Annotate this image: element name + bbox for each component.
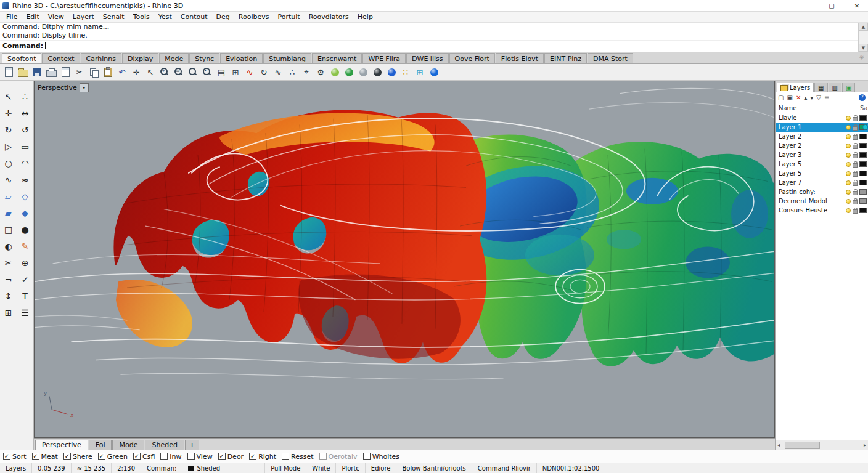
pin-icon[interactable]: ✳ bbox=[859, 54, 864, 61]
status-cell-3[interactable]: 2:130 bbox=[112, 463, 141, 473]
menu-edit[interactable]: Edit bbox=[22, 13, 43, 21]
menu-file[interactable]: File bbox=[2, 13, 22, 21]
bulb-icon[interactable] bbox=[846, 171, 851, 176]
checkbox-inw[interactable]: Inw bbox=[160, 453, 181, 461]
menu-view[interactable]: View bbox=[44, 13, 68, 21]
new-file-icon[interactable] bbox=[2, 66, 15, 78]
layer-row[interactable]: Layer 1 bbox=[776, 123, 868, 132]
lock-icon[interactable] bbox=[853, 126, 858, 131]
zoom-extents-icon[interactable] bbox=[187, 66, 199, 78]
bulb-icon[interactable] bbox=[846, 208, 851, 213]
list-tool-icon[interactable]: ☰ bbox=[17, 304, 33, 321]
sheet-icon[interactable]: ▤ bbox=[215, 66, 227, 78]
check-tool-icon[interactable]: ✓ bbox=[17, 271, 33, 288]
checkbox-right[interactable]: Right bbox=[249, 453, 276, 461]
rotate-tool-icon[interactable]: ↻ bbox=[0, 121, 17, 138]
rotate-ccw-icon[interactable]: ↺ bbox=[17, 121, 33, 138]
lock-icon[interactable] bbox=[853, 200, 858, 204]
layer-row[interactable]: Liavie bbox=[776, 113, 868, 123]
zoom-window-icon[interactable]: ▭ bbox=[173, 66, 185, 78]
menu-yest[interactable]: Yest bbox=[154, 13, 176, 21]
solid-tool-icon[interactable]: ◆ bbox=[17, 204, 33, 221]
ribbon-tab-dma-stort[interactable]: DMA Stort bbox=[588, 53, 633, 63]
maximize-button[interactable]: ▢ bbox=[821, 0, 843, 11]
vertical-tool-icon[interactable]: ↕ bbox=[0, 288, 17, 304]
layer-color-swatch[interactable] bbox=[859, 208, 867, 213]
layers-hscrollbar[interactable]: ◂ ▸ bbox=[776, 440, 868, 450]
tab-materials[interactable]: ▣ bbox=[842, 83, 855, 92]
bulb-icon[interactable] bbox=[846, 144, 851, 148]
plane-tool-icon[interactable]: ▰ bbox=[0, 204, 17, 221]
layer-row[interactable]: Decment Modol bbox=[776, 196, 868, 206]
lock-icon[interactable] bbox=[853, 191, 858, 195]
checkbox-box[interactable] bbox=[218, 453, 226, 460]
close-button[interactable]: ✕ bbox=[846, 0, 868, 11]
checkbox-resset[interactable]: Resset bbox=[282, 453, 313, 461]
annotate-pencil-icon[interactable]: ✎ bbox=[17, 238, 33, 254]
command-prompt[interactable]: Command: bbox=[0, 40, 868, 51]
boolean-tool-icon[interactable]: ◐ bbox=[0, 238, 17, 254]
status-cell-9[interactable]: Plortc bbox=[336, 463, 365, 473]
menu-help[interactable]: Help bbox=[353, 13, 377, 21]
checkbox-deor[interactable]: Deor bbox=[218, 453, 244, 461]
select-arrow-icon[interactable]: ↖ bbox=[144, 66, 157, 78]
earth-globe-icon[interactable] bbox=[428, 66, 440, 78]
bulb-icon[interactable] bbox=[846, 162, 851, 167]
zoom-selected-icon[interactable]: • bbox=[201, 66, 213, 78]
bulb-icon[interactable] bbox=[846, 180, 851, 185]
layer-color-swatch[interactable] bbox=[859, 134, 867, 139]
ribbon-tab-eint-pinz[interactable]: EINT Pinz bbox=[544, 53, 587, 63]
trim-tool-icon[interactable]: ✂ bbox=[0, 254, 17, 271]
export-doc-icon[interactable] bbox=[59, 66, 72, 78]
scroll-right-icon[interactable]: ▸ bbox=[864, 442, 866, 448]
checkbox-shere[interactable]: Shere bbox=[63, 453, 92, 461]
checkbox-whoites[interactable]: Whoites bbox=[363, 453, 399, 461]
bulb-icon[interactable] bbox=[846, 134, 851, 139]
undo-icon[interactable]: ↶ bbox=[116, 66, 128, 78]
move-down-icon[interactable]: ▾ bbox=[810, 94, 813, 101]
text-tool-icon[interactable]: T bbox=[17, 288, 33, 304]
layer-color-swatch[interactable] bbox=[859, 161, 867, 167]
ribbon-tab-flotis-elovt[interactable]: Flotis Elovt bbox=[496, 53, 544, 63]
layer-color-swatch[interactable] bbox=[859, 198, 867, 204]
select-tool-icon[interactable]: ↖ bbox=[0, 88, 17, 105]
filter-icon[interactable]: ▽ bbox=[816, 94, 821, 101]
viewport-dropdown[interactable]: ▾ bbox=[80, 83, 89, 92]
viewport-tab-fol[interactable]: Fol bbox=[89, 440, 112, 450]
sphere-tool-icon[interactable]: ● bbox=[17, 221, 33, 238]
checkbox-oerotalv[interactable]: Oerotalv bbox=[319, 453, 358, 461]
render-sphere-blue-icon[interactable] bbox=[385, 66, 398, 78]
status-cell-7[interactable]: Pull Mode bbox=[265, 463, 306, 473]
ribbon-tab-stync[interactable]: Stync bbox=[189, 53, 219, 63]
point-select-icon[interactable]: ∴ bbox=[17, 88, 33, 105]
layer-color-swatch[interactable] bbox=[859, 189, 867, 195]
lock-icon[interactable] bbox=[853, 182, 858, 186]
lock-icon[interactable] bbox=[853, 163, 858, 168]
copy-icon[interactable] bbox=[88, 66, 100, 78]
zoom-in-icon[interactable]: + bbox=[158, 66, 171, 78]
render-sphere-dark-icon[interactable] bbox=[371, 66, 383, 78]
status-cell-0[interactable]: Layers bbox=[0, 463, 32, 473]
help-icon[interactable]: ? bbox=[859, 94, 866, 101]
layer-row[interactable]: Layer 7 bbox=[776, 178, 868, 187]
circle-tool-icon[interactable]: ○ bbox=[0, 155, 17, 171]
checkbox-green[interactable]: Green bbox=[98, 453, 128, 461]
polyline-tool-icon[interactable]: ▷ bbox=[0, 138, 17, 155]
status-cell-4[interactable]: Comman: bbox=[141, 463, 182, 473]
checkbox-meat[interactable]: Meat bbox=[32, 453, 58, 461]
ribbon-tab-oove-fiort[interactable]: Oove Fiort bbox=[449, 53, 495, 63]
checkbox-box[interactable] bbox=[282, 453, 289, 460]
render-sphere-green-icon[interactable] bbox=[343, 66, 355, 78]
status-cell-10[interactable]: Ediore bbox=[366, 463, 397, 473]
tab-display[interactable]: ▦ bbox=[814, 83, 827, 92]
viewport-perspective[interactable]: x y Perspective ▾ bbox=[34, 81, 775, 438]
viewport-tab-add[interactable]: + bbox=[185, 440, 199, 450]
checkbox-box[interactable] bbox=[249, 453, 256, 460]
ribbon-tab-context[interactable]: Context bbox=[42, 53, 80, 63]
status-cell-2[interactable]: ≈ 15 235 bbox=[72, 463, 112, 473]
menu-roolbevs[interactable]: Roolbevs bbox=[234, 13, 274, 21]
tab-layers[interactable]: Layers bbox=[777, 83, 814, 92]
status-cell-1[interactable]: 0.05 239 bbox=[32, 463, 72, 473]
layer-color-swatch[interactable] bbox=[859, 171, 867, 176]
cut-icon[interactable]: ✂ bbox=[73, 66, 86, 78]
